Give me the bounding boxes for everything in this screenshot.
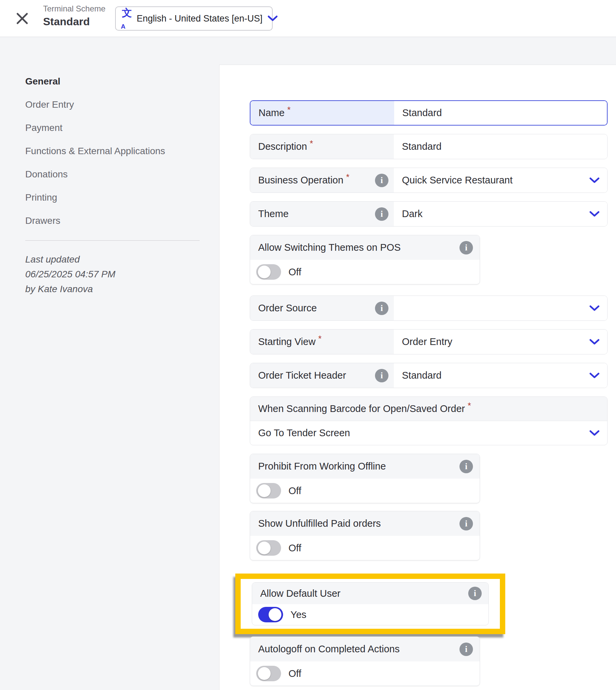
field-description-row: Description * Standard [250,134,608,159]
last-updated-author: by Kate Ivanova [25,282,219,296]
show-unfulfilled-toggle[interactable] [256,540,281,556]
show-unfulfilled-label: Show Unfulfilled Paid orders i [250,511,480,536]
info-icon[interactable]: i [375,174,389,187]
settings-panel: Name * Standard Description * Standard B… [219,65,616,690]
required-asterisk: * [310,138,313,149]
sidebar: General Order Entry Payment Functions & … [0,37,219,690]
title-block: Terminal Scheme Standard [43,4,105,28]
close-button[interactable] [15,12,30,26]
page-header: Terminal Scheme Standard 文A English - Un… [0,0,616,37]
theme-select[interactable]: Dark [394,202,607,226]
chevron-down-icon [589,339,600,345]
info-icon[interactable]: i [375,302,389,315]
name-label: Name * [250,101,394,125]
info-icon[interactable]: i [375,207,389,221]
info-icon[interactable]: i [375,369,389,382]
toggle-knob [269,608,281,621]
toggle-knob [258,266,271,279]
order-ticket-header-select[interactable]: Standard [394,363,607,388]
toggle-knob [258,541,271,554]
toggle-state-label: Yes [290,609,306,620]
last-updated-block: Last updated 06/25/2025 04:57 PM by Kate… [25,252,219,296]
required-asterisk: * [346,172,349,182]
field-theme-row: Theme i Dark [250,201,608,226]
info-icon[interactable]: i [460,643,473,656]
prohibit-offline-label: Prohibit From Working Offline i [250,454,480,478]
prohibit-offline-control: Off [250,478,480,503]
allow-switching-themes-label: Allow Switching Themes on POS i [250,235,480,260]
order-source-label: Order Source i [250,296,394,320]
required-asterisk: * [287,105,290,115]
field-order-source-row: Order Source i [250,295,608,321]
show-unfulfilled-card: Show Unfulfilled Paid orders i Off [250,511,480,560]
page-title: Standard [43,16,105,28]
order-source-select[interactable] [394,296,607,320]
description-input[interactable]: Standard [394,134,607,159]
last-updated-timestamp: 06/25/2025 04:57 PM [25,267,219,282]
info-icon[interactable]: i [460,460,473,473]
field-business-operation-row: Business Operation * i Quick Service Res… [250,168,608,193]
barcode-scan-block: When Scanning Barcode for Open/Saved Ord… [250,397,608,445]
chevron-down-icon [589,430,600,437]
autologoff-toggle[interactable] [256,666,281,681]
scheme-type-label: Terminal Scheme [43,4,105,14]
chevron-down-icon [589,211,600,218]
info-icon[interactable]: i [460,241,473,254]
allow-switching-themes-toggle[interactable] [256,264,281,280]
description-label: Description * [250,134,394,159]
prohibit-offline-card: Prohibit From Working Offline i Off [250,454,480,503]
allow-switching-themes-card: Allow Switching Themes on POS i Off [250,235,480,284]
sidebar-item-drawers[interactable]: Drawers [25,215,194,226]
business-operation-label: Business Operation * i [250,168,394,193]
info-icon[interactable]: i [460,517,473,531]
toggle-knob [258,484,271,497]
toggle-state-label: Off [288,267,301,278]
toggle-state-label: Off [288,485,301,496]
allow-default-user-highlight: Allow Default User i Yes [235,574,505,634]
terminal-scheme-page: Terminal Scheme Standard 文A English - Un… [0,0,616,690]
required-asterisk: * [318,334,322,344]
barcode-scan-label: When Scanning Barcode for Open/Saved Ord… [250,397,607,421]
field-starting-view-row: Starting View * Order Entry [250,329,608,354]
language-value: English - United States [en-US] [137,14,263,24]
sidebar-item-functions-external-applications[interactable]: Functions & External Applications [25,146,194,157]
chevron-down-icon [589,177,600,184]
toggle-state-label: Off [288,668,301,679]
toggle-state-label: Off [288,542,301,554]
info-icon[interactable]: i [468,587,482,600]
chevron-down-icon [589,372,600,379]
starting-view-label: Starting View * [250,330,394,354]
chevron-down-icon [267,15,278,22]
field-name-row: Name * Standard [250,100,608,126]
required-asterisk: * [467,401,471,411]
autologoff-card: Autologoff on Completed Actions i Off [250,637,480,686]
sidebar-item-order-entry[interactable]: Order Entry [25,99,194,110]
allow-default-user-label: Allow Default User i [252,583,488,604]
allow-default-user-control: Yes [252,604,488,625]
last-updated-label: Last updated [25,252,219,267]
barcode-scan-select[interactable]: Go To Tender Screen [250,421,607,445]
autologoff-control: Off [250,661,480,686]
sidebar-divider [25,240,200,241]
sidebar-item-general[interactable]: General [25,76,194,87]
toggle-knob [258,667,271,680]
sidebar-item-payment[interactable]: Payment [25,122,194,134]
field-order-ticket-header-row: Order Ticket Header i Standard [250,363,608,388]
close-icon [15,22,29,27]
theme-label: Theme i [250,202,394,226]
allow-default-user-card: Allow Default User i Yes [252,582,489,625]
show-unfulfilled-control: Off [250,536,480,560]
language-selector[interactable]: 文A English - United States [en-US] [115,6,273,31]
name-input[interactable]: Standard [394,101,607,125]
order-ticket-header-label: Order Ticket Header i [250,363,394,388]
prohibit-offline-toggle[interactable] [256,483,281,498]
sidebar-item-printing[interactable]: Printing [25,192,194,203]
allow-switching-themes-control: Off [250,260,480,284]
chevron-down-icon [589,305,600,312]
starting-view-select[interactable]: Order Entry [394,330,607,354]
translate-icon: 文A [122,8,132,30]
allow-default-user-toggle[interactable] [258,607,283,622]
business-operation-select[interactable]: Quick Service Restaurant [394,168,607,193]
autologoff-label: Autologoff on Completed Actions i [250,637,480,661]
sidebar-item-donations[interactable]: Donations [25,169,194,180]
